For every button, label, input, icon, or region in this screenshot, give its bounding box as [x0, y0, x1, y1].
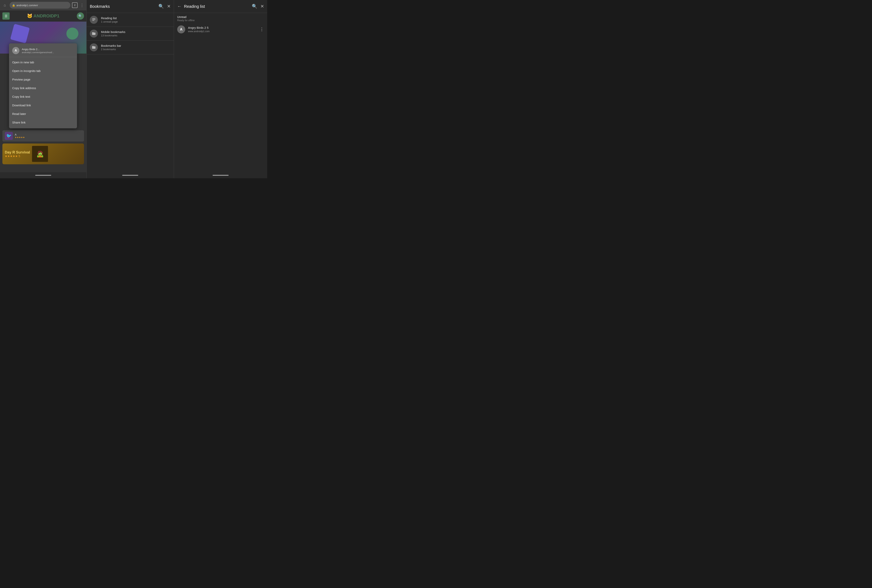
- reading-list-section-label: Unread: [177, 15, 264, 19]
- bookmarks-nav-indicator: [122, 175, 138, 176]
- hamburger-button[interactable]: ☰: [2, 12, 10, 20]
- context-menu-link-info: Angry Birds 2... androidp1.com/en/games/…: [22, 48, 54, 54]
- reading-list-close-button[interactable]: ✕: [260, 4, 264, 9]
- browser-content: ☰ 🐱 ANDROIDP1 🔍 A Angry Birds 2... andro…: [0, 10, 86, 172]
- reading-list-icon: [90, 16, 98, 24]
- context-preview-page[interactable]: Preview page: [9, 75, 77, 84]
- address-bar[interactable]: 🔒 androidp1.com/en/: [10, 2, 71, 9]
- reading-list-nav-indicator: [213, 175, 229, 176]
- bookmarks-panel: Bookmarks 🔍 ✕ Reading list 1 unread page: [86, 0, 174, 178]
- context-copy-link-address[interactable]: Copy link address: [9, 84, 77, 92]
- bookmark-reading-list-item[interactable]: Reading list 1 unread page: [87, 13, 174, 27]
- svg-rect-2: [92, 20, 95, 21]
- context-menu-link-url: androidp1.com/en/games/mod/...: [22, 51, 54, 54]
- context-menu-avatar: A: [12, 47, 20, 54]
- survival-game-card[interactable]: Day R Survival ★★★★★ 5 🧟: [2, 144, 84, 164]
- reading-item-more-button[interactable]: ⋮: [260, 27, 264, 32]
- reading-item-url: www.androidp1.com: [188, 30, 257, 33]
- context-menu-link-title: Angry Birds 2...: [22, 48, 54, 51]
- reading-list-header-icons: 🔍 ✕: [252, 4, 264, 9]
- reading-list-info: Reading list 1 unread page: [101, 16, 171, 23]
- decor-shape-2: [66, 28, 78, 40]
- survival-game-info: Day R Survival ★★★★★ 5: [5, 150, 30, 158]
- context-menu: A Angry Birds 2... androidp1.com/en/game…: [9, 44, 77, 128]
- context-open-new-tab[interactable]: Open in new tab: [9, 58, 77, 66]
- reading-list-header: ← Reading list 🔍 ✕: [174, 0, 267, 13]
- angry-birds-info: A ★★★★★: [15, 133, 25, 139]
- bookmarks-header-icons: 🔍 ✕: [158, 4, 171, 9]
- survival-game-title: Day R Survival: [5, 150, 30, 154]
- browser-panel: ⌂ 🔒 androidp1.com/en/ 2 ⋮ ☰ 🐱 ANDROIDP1 …: [0, 0, 86, 178]
- reading-list-search-button[interactable]: 🔍: [252, 4, 257, 9]
- site-logo: 🐱 ANDROIDP1: [27, 14, 59, 19]
- angry-birds-stars: ★★★★★: [15, 136, 25, 139]
- context-copy-link-text[interactable]: Copy link text: [9, 92, 77, 101]
- context-share-link[interactable]: Share link: [9, 118, 77, 127]
- reading-list-section-header: Unread Ready for offline: [174, 13, 267, 22]
- survival-game-stars: ★★★★★ 5: [5, 154, 30, 158]
- browser-nav-bar: [0, 172, 86, 178]
- reading-list-count: 1 unread page: [101, 20, 171, 23]
- bookmarks-close-button[interactable]: ✕: [167, 4, 171, 9]
- bookmarks-bar-icon: [90, 44, 98, 51]
- nav-indicator: [35, 175, 51, 176]
- mobile-bookmarks-name: Mobile bookmarks: [101, 30, 171, 34]
- svg-rect-1: [92, 20, 95, 20]
- home-button[interactable]: ⌂: [2, 2, 8, 8]
- bookmark-mobile-item[interactable]: Mobile bookmarks 13 bookmarks: [87, 27, 174, 40]
- bookmarks-header: Bookmarks 🔍 ✕: [87, 0, 174, 13]
- mobile-bookmarks-count: 13 bookmarks: [101, 34, 171, 37]
- browser-toolbar: ⌂ 🔒 androidp1.com/en/ 2 ⋮: [0, 0, 86, 10]
- bookmarks-title: Bookmarks: [90, 4, 110, 9]
- angry-birds-icon: 🐦: [5, 132, 13, 140]
- angry-birds-label: A: [15, 133, 25, 136]
- bookmarks-bar-info: Bookmarks bar 2 bookmarks: [101, 44, 171, 51]
- svg-rect-0: [92, 18, 95, 19]
- reading-list-panel: ← Reading list 🔍 ✕ Unread Ready for offl…: [174, 0, 267, 178]
- context-download-link[interactable]: Download link: [9, 101, 77, 110]
- bookmark-bar-item[interactable]: Bookmarks bar 2 bookmarks: [87, 40, 174, 54]
- site-search-button[interactable]: 🔍: [77, 12, 84, 20]
- reading-list-name: Reading list: [101, 16, 171, 20]
- bookmarks-nav-bar: [87, 172, 174, 178]
- site-header: ☰ 🐱 ANDROIDP1 🔍: [0, 10, 86, 22]
- overflow-menu-button[interactable]: ⋮: [79, 2, 85, 8]
- decor-shape-1: [10, 24, 30, 44]
- reading-list-back-button[interactable]: ←: [177, 4, 182, 9]
- reading-list-item[interactable]: A Angry Birds 2 5 www.androidp1.com ⋮: [174, 22, 267, 36]
- lock-icon: 🔒: [12, 4, 15, 7]
- reading-item-title: Angry Birds 2 5: [188, 26, 257, 29]
- reading-item-info: Angry Birds 2 5 www.androidp1.com: [188, 26, 257, 33]
- tab-count[interactable]: 2: [72, 2, 78, 8]
- survival-game-image: 🧟: [32, 146, 48, 162]
- context-open-incognito[interactable]: Open in incognito tab: [9, 66, 77, 75]
- bookmarks-bar-name: Bookmarks bar: [101, 44, 171, 47]
- mobile-bookmarks-icon: [90, 30, 98, 38]
- mobile-bookmarks-info: Mobile bookmarks 13 bookmarks: [101, 30, 171, 37]
- reading-item-avatar: A: [177, 26, 185, 33]
- bookmarks-bar-count: 2 bookmarks: [101, 48, 171, 51]
- address-text: androidp1.com/en/: [17, 4, 38, 7]
- angry-birds-card[interactable]: 🐦 A ★★★★★: [2, 130, 84, 141]
- reading-list-section-sublabel: Ready for offline: [177, 19, 264, 22]
- divider-3: [87, 54, 174, 54]
- bookmarks-search-button[interactable]: 🔍: [158, 4, 164, 9]
- context-menu-header: A Angry Birds 2... androidp1.com/en/game…: [9, 45, 77, 57]
- bottom-cards: 🐦 A ★★★★★ Day R Survival ★★★★★ 5 🧟: [0, 130, 86, 164]
- context-read-later[interactable]: Read later: [9, 110, 77, 118]
- reading-list-nav-bar: [174, 172, 267, 178]
- reading-list-title: Reading list: [184, 4, 250, 9]
